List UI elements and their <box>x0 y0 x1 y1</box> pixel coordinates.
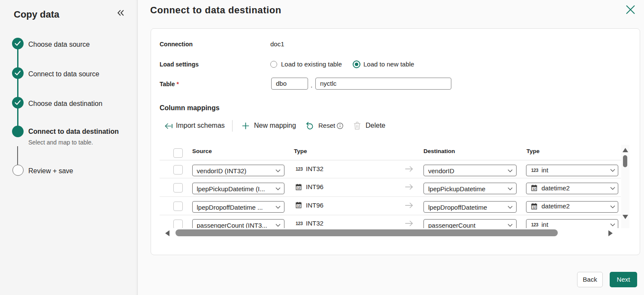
svg-text:12: 12 <box>532 187 536 190</box>
svg-text:12: 12 <box>532 205 536 208</box>
svg-text:12: 12 <box>297 205 300 208</box>
svg-text:12: 12 <box>297 186 300 189</box>
